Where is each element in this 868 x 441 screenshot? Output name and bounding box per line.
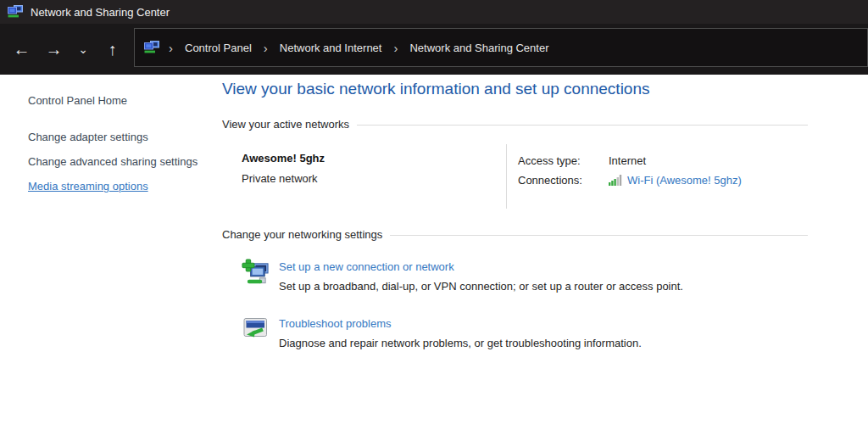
setup-connection-description: Set up a broadband, dial-up, or VPN conn… <box>279 280 683 293</box>
networking-settings-label: Change your networking settings <box>222 228 382 241</box>
breadcrumb-item-network-sharing-center[interactable]: Network and Sharing Center <box>407 40 551 56</box>
recent-pages-dropdown-icon[interactable]: ⌄ <box>73 36 93 63</box>
sidebar: Control Panel Home Change adapter settin… <box>0 75 222 441</box>
active-network-block: Awesome! 5ghz Private network Access typ… <box>242 144 808 209</box>
network-type: Private network <box>242 172 506 185</box>
sidebar-item-control-panel-home[interactable]: Control Panel Home <box>28 92 214 109</box>
access-type-row: Access type: Internet <box>518 151 742 170</box>
networking-settings-section-header: Change your networking settings <box>222 228 808 241</box>
breadcrumb-separator-icon: › <box>166 42 175 54</box>
connections-label: Connections: <box>518 174 609 187</box>
new-connection-icon <box>242 259 270 287</box>
window-title: Network and Sharing Center <box>31 6 170 19</box>
troubleshoot-description: Diagnose and repair network problems, or… <box>279 337 642 349</box>
signal-strength-icon <box>609 175 623 186</box>
section-divider <box>357 125 808 126</box>
main-pane: View your basic network information and … <box>222 75 868 441</box>
network-computers-icon <box>8 5 23 19</box>
title-bar: Network and Sharing Center <box>0 0 868 24</box>
troubleshoot-item: Troubleshoot problems Diagnose and repai… <box>242 315 808 349</box>
troubleshoot-link[interactable]: Troubleshoot problems <box>279 317 642 330</box>
active-network-details: Access type: Internet Connections: <box>507 144 742 209</box>
up-button[interactable]: ↑ <box>99 36 125 63</box>
active-network-identity: Awesome! 5ghz Private network <box>242 144 506 209</box>
network-name: Awesome! 5ghz <box>242 152 506 165</box>
forward-button[interactable]: → <box>41 36 67 63</box>
breadcrumb-separator-icon: › <box>261 42 270 54</box>
breadcrumb-item-network-and-internet[interactable]: Network and Internet <box>277 40 385 56</box>
sidebar-item-change-advanced-sharing-settings[interactable]: Change advanced sharing settings <box>28 154 214 170</box>
address-bar[interactable]: › Control Panel › Network and Internet ›… <box>134 28 868 67</box>
wifi-connection-label: Wi-Fi (Awesome! 5ghz) <box>627 174 742 187</box>
back-button[interactable]: ← <box>8 36 35 63</box>
wifi-connection-link[interactable]: Wi-Fi (Awesome! 5ghz) <box>609 174 742 187</box>
access-type-label: Access type: <box>518 154 609 167</box>
troubleshoot-monitor-icon <box>242 315 270 343</box>
troubleshoot-text: Troubleshoot problems Diagnose and repai… <box>279 315 642 349</box>
access-type-value: Internet <box>609 154 646 167</box>
network-computers-icon <box>144 41 159 54</box>
sidebar-item-media-streaming-options[interactable]: Media streaming options <box>28 178 214 194</box>
nav-button-group: ← → ⌄ ↑ <box>0 24 134 75</box>
content-area: Control Panel Home Change adapter settin… <box>0 75 868 441</box>
setup-connection-link[interactable]: Set up a new connection or network <box>279 260 683 273</box>
sidebar-item-change-adapter-settings[interactable]: Change adapter settings <box>28 129 214 145</box>
setup-connection-text: Set up a new connection or network Set u… <box>279 259 683 293</box>
navigation-toolbar: ← → ⌄ ↑ › Control Panel › Network and In… <box>0 24 868 75</box>
breadcrumb-item-control-panel[interactable]: Control Panel <box>182 40 254 56</box>
section-divider <box>390 235 808 236</box>
connections-row: Connections: Wi-Fi (Awesome! 5ghz) <box>518 170 742 190</box>
page-title: View your basic network information and … <box>222 80 808 98</box>
breadcrumb-separator-icon: › <box>391 42 400 54</box>
active-networks-label: View your active networks <box>222 118 349 131</box>
active-networks-section-header: View your active networks <box>222 118 808 131</box>
setup-connection-item: Set up a new connection or network Set u… <box>242 259 808 293</box>
